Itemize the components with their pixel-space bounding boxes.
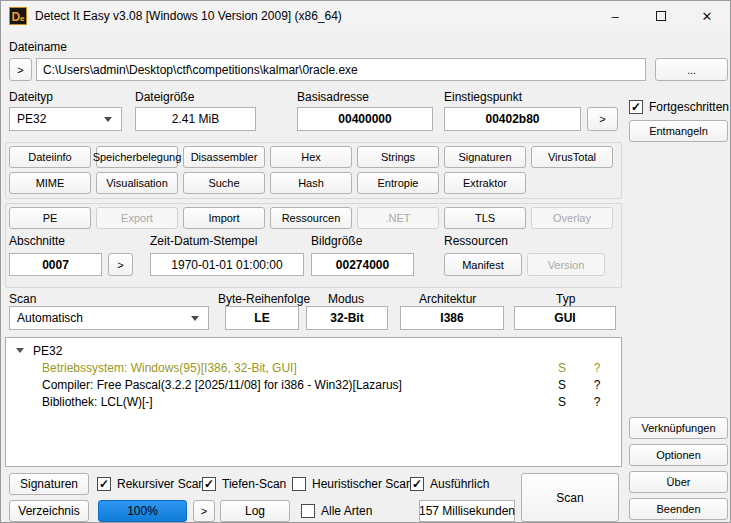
progress-arrow-button[interactable]: >	[193, 500, 215, 522]
strings-button[interactable]: Strings	[357, 146, 439, 168]
chevron-down-icon	[104, 117, 112, 122]
exit-button[interactable]: Beenden	[629, 498, 728, 520]
advanced-checkbox-label: Fortgeschritten	[649, 100, 729, 114]
tls-button[interactable]: TLS	[444, 207, 526, 229]
tree-row-os[interactable]: Betriebssystem: Windows(95)[I386, 32-Bit…	[6, 359, 621, 376]
baseaddress-label: Basisadresse	[297, 90, 369, 104]
chevron-down-icon	[191, 316, 199, 321]
hex-button[interactable]: Hex	[270, 146, 352, 168]
memorymap-button[interactable]: Speicherbelegung	[96, 146, 178, 168]
pe-button-row: PE Export Import Ressourcen .NET TLS Ove…	[9, 207, 613, 229]
die-window: D e Detect It Easy v3.08 [Windows 10 Ver…	[0, 0, 731, 523]
import-button[interactable]: Import	[183, 207, 265, 229]
directory-button[interactable]: Verzeichnis	[9, 500, 89, 522]
demangle-button[interactable]: Entmangeln	[629, 120, 728, 142]
virustotal-button[interactable]: VirusTotal	[531, 146, 613, 168]
info-link[interactable]: ?	[589, 361, 605, 375]
window-controls: – ✕	[592, 1, 730, 31]
filetype-label: Dateityp	[9, 90, 53, 104]
app-icon: D e	[9, 7, 27, 25]
minimize-button[interactable]: –	[592, 1, 638, 31]
app-icon-letter-e: e	[20, 15, 24, 23]
shortcuts-button[interactable]: Verknüpfungen	[629, 417, 728, 439]
info-link[interactable]: ?	[589, 378, 605, 392]
deep-scan-checkbox[interactable]: ✓ Tiefen-Scan	[202, 477, 286, 491]
deep-scan-label: Tiefen-Scan	[222, 477, 286, 491]
close-button[interactable]: ✕	[684, 1, 730, 31]
mode-value: 32-Bit	[306, 306, 388, 330]
scan-progress-bar: 100%	[98, 500, 187, 522]
manifest-button[interactable]: Manifest	[444, 253, 522, 276]
entropy-button[interactable]: Entropie	[357, 172, 439, 194]
tree-row-compiler[interactable]: Compiler: Free Pascal(3.2.2 [2025/11/08]…	[6, 376, 621, 393]
advanced-checkbox[interactable]: ✓ Fortgeschritten	[629, 100, 729, 114]
file-open-arrow-button[interactable]: >	[9, 58, 32, 81]
title-bar: D e Detect It Easy v3.08 [Windows 10 Ver…	[1, 1, 730, 31]
mode-label: Modus	[328, 292, 364, 306]
fileinfo-button[interactable]: Dateiinfo	[9, 146, 91, 168]
type-label: Typ	[556, 292, 575, 306]
entrypoint-goto-button[interactable]: >	[587, 107, 618, 131]
sections-count-value: 0007	[9, 253, 102, 276]
sections-goto-button[interactable]: >	[108, 253, 133, 276]
timedatestamp-label: Zeit-Datum-Stempel	[150, 234, 257, 248]
signature-link[interactable]: S	[552, 378, 572, 392]
tree-root-label: PE32	[33, 344, 62, 358]
filesize-value: 2.41 MiB	[135, 107, 256, 131]
tools-row-1: Dateiinfo Speicherbelegung Disassembler …	[9, 146, 613, 168]
filetype-value: PE32	[17, 112, 46, 126]
heuristic-scan-checkbox-box[interactable]	[292, 477, 306, 491]
scan-duration-value: 157 Millisekunden	[419, 500, 515, 522]
signature-link[interactable]: S	[552, 361, 572, 375]
signature-link[interactable]: S	[552, 395, 572, 409]
imagesize-value: 00274000	[311, 253, 414, 276]
options-button[interactable]: Optionen	[629, 444, 728, 466]
search-button[interactable]: Suche	[183, 172, 265, 194]
byteorder-value: LE	[225, 306, 299, 330]
type-value: GUI	[514, 306, 616, 330]
all-types-checkbox-box[interactable]	[301, 504, 315, 518]
recursive-scan-checkbox-box[interactable]: ✓	[97, 477, 111, 491]
scan-method-value: Automatisch	[17, 311, 83, 325]
about-button[interactable]: Über	[629, 471, 728, 493]
scan-button[interactable]: Scan	[521, 473, 619, 522]
mime-button[interactable]: MIME	[9, 172, 91, 194]
timedatestamp-value: 1970-01-01 01:00:00	[150, 253, 304, 276]
log-button[interactable]: Log	[220, 500, 290, 522]
hash-button[interactable]: Hash	[270, 172, 352, 194]
verbose-checkbox-box[interactable]: ✓	[410, 477, 424, 491]
signatures-db-button[interactable]: Signaturen	[9, 473, 89, 495]
overlay-button: Overlay	[531, 207, 613, 229]
all-types-checkbox[interactable]: Alle Arten	[301, 504, 372, 518]
app-icon-letter-d: D	[11, 11, 20, 23]
resources-button[interactable]: Ressourcen	[270, 207, 352, 229]
verbose-checkbox[interactable]: ✓ Ausführlich	[410, 477, 489, 491]
info-link[interactable]: ?	[589, 395, 605, 409]
maximize-button[interactable]	[638, 1, 684, 31]
disassembler-button[interactable]: Disassembler	[183, 146, 265, 168]
export-button: Export	[96, 207, 178, 229]
scan-method-combo[interactable]: Automatisch	[9, 306, 209, 330]
extractor-button[interactable]: Extraktor	[444, 172, 526, 194]
entrypoint-label: Einstiegspunkt	[444, 90, 522, 104]
deep-scan-checkbox-box[interactable]: ✓	[202, 477, 216, 491]
dotnet-button: .NET	[357, 207, 439, 229]
recursive-scan-checkbox[interactable]: ✓ Rekursiver Scan	[97, 477, 205, 491]
filename-input[interactable]: C:\Users\admin\Desktop\ctf\competitions\…	[36, 58, 646, 81]
scan-label: Scan	[9, 292, 36, 306]
advanced-checkbox-box[interactable]: ✓	[629, 100, 643, 114]
filetype-combo[interactable]: PE32	[9, 107, 122, 131]
visualisation-button[interactable]: Visualisation	[96, 172, 178, 194]
collapse-arrow-icon[interactable]	[16, 348, 24, 353]
tree-row-library[interactable]: Bibliothek: LCL(W)[-] S ?	[6, 393, 621, 410]
signatures-button[interactable]: Signaturen	[444, 146, 526, 168]
browse-button[interactable]: ...	[655, 58, 728, 81]
filename-label: Dateiname	[9, 40, 67, 54]
os-detection-text: Betriebssystem: Windows(95)[I386, 32-Bit…	[42, 361, 297, 375]
window-title: Detect It Easy v3.08 [Windows 10 Version…	[35, 9, 342, 23]
pe-resources-label: Ressourcen	[444, 234, 508, 248]
entrypoint-value: 00402b80	[444, 107, 581, 131]
tree-root-row[interactable]: PE32	[6, 342, 621, 359]
heuristic-scan-checkbox[interactable]: Heuristischer Scan	[292, 477, 413, 491]
pe-button[interactable]: PE	[9, 207, 91, 229]
